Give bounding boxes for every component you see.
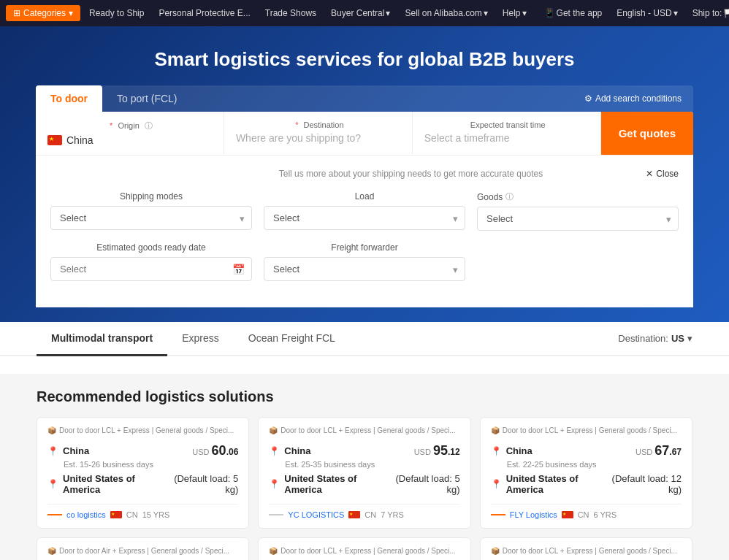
freight-forwarder-field: Freight forwarder Select bbox=[264, 242, 465, 281]
goods-field: Goods ⓘ Select bbox=[477, 191, 679, 231]
nav-trade-shows[interactable]: Trade Shows bbox=[259, 8, 322, 18]
card-to: 📍 United States of America (Default load… bbox=[491, 472, 682, 496]
card-route: 📍 China USD 67.67 Est. 22-25 business da… bbox=[491, 442, 682, 496]
language-selector[interactable]: English - USD ▾ bbox=[611, 8, 683, 18]
search-bar: * Origin ⓘ China * Destination Where are… bbox=[36, 112, 693, 155]
destination-icon: 📍 bbox=[47, 479, 58, 489]
tag-icon: 📦 bbox=[269, 426, 278, 434]
provider-years: 6 YRS bbox=[594, 510, 617, 519]
logistics-card[interactable]: 📦 Door to door LCL + Express | General g… bbox=[480, 537, 692, 560]
card-from: 📍 China USD 67.67 bbox=[491, 442, 682, 460]
nav-personal-protective[interactable]: Personal Protective E... bbox=[153, 8, 256, 18]
provider-name[interactable]: YC LOGISTICS bbox=[288, 510, 344, 519]
provider-flag bbox=[110, 511, 122, 518]
card-tags: 📦 Door to door LCL + Express | General g… bbox=[491, 426, 682, 434]
logistics-card[interactable]: 📦 Door to door LCL + Express | General g… bbox=[258, 417, 470, 529]
logistics-card[interactable]: 📦 Door to door LCL + Express | General g… bbox=[480, 417, 692, 529]
destination-field[interactable]: * Destination Where are you shipping to? bbox=[224, 112, 413, 155]
shipping-tabs: To door To port (FCL) ⚙ Add search condi… bbox=[36, 85, 693, 112]
load-select[interactable]: Select bbox=[264, 206, 465, 230]
card-to: 📍 United States of America (Default load… bbox=[269, 472, 459, 496]
card-tags: 📦 Door to door LCL + Express | General g… bbox=[491, 547, 682, 555]
hero-section: Smart logistics services for global B2B … bbox=[0, 26, 729, 322]
card-city-from: 📍 China bbox=[269, 445, 310, 456]
nav-help[interactable]: Help ▾ bbox=[497, 8, 533, 18]
china-flag bbox=[47, 135, 62, 145]
freight-forwarder-select[interactable]: Select bbox=[264, 257, 465, 281]
destination-icon: 📍 bbox=[269, 479, 280, 489]
origin-field: * Origin ⓘ China bbox=[36, 112, 224, 155]
logistics-card[interactable]: 📦 Door to door Air + Express | General g… bbox=[37, 537, 249, 560]
card-city-to: 📍 United States of America bbox=[491, 473, 605, 495]
provider-name[interactable]: co logistics bbox=[66, 510, 106, 519]
tag-icon: 📦 bbox=[491, 547, 500, 555]
chevron-down-icon: ▾ bbox=[522, 8, 527, 18]
conditions-subtitle: Tell us more about your shipping needs t… bbox=[176, 169, 646, 179]
card-tags: 📦 Door to door LCL + Express | General g… bbox=[269, 426, 459, 434]
provider-name[interactable]: FLY Logistics bbox=[510, 510, 557, 519]
grid-icon: ⊞ bbox=[13, 8, 20, 18]
ship-to-selector[interactable]: Ship to: 🏳️ ▾ bbox=[687, 8, 729, 18]
nav-ready-to-ship[interactable]: Ready to Ship bbox=[83, 8, 150, 18]
card-default-load: (Default load: 5 kg) bbox=[164, 473, 238, 495]
conditions-title: Add search conditions bbox=[50, 167, 169, 180]
chevron-down-icon: ▾ bbox=[484, 8, 488, 18]
add-search-conditions-btn[interactable]: ⚙ Add search conditions bbox=[573, 88, 693, 110]
tag-icon: 📦 bbox=[491, 426, 500, 434]
logistics-card[interactable]: 📦 Door to door LCL + Express | General g… bbox=[37, 417, 249, 529]
tab-to-port[interactable]: To port (FCL) bbox=[102, 85, 191, 112]
card-footer: FLY Logistics CN 6 YRS bbox=[491, 504, 682, 519]
recommended-title: Recommended logistics solutions bbox=[37, 388, 692, 405]
estimated-date-input[interactable] bbox=[50, 257, 252, 281]
destination-icon: 📍 bbox=[491, 479, 502, 489]
get-the-app-link[interactable]: 📱 Get the app bbox=[538, 8, 608, 18]
card-transit: Est. 15-26 business days bbox=[64, 460, 238, 469]
card-route: 📍 China USD 60.06 Est. 15-26 business da… bbox=[47, 442, 238, 496]
tab-to-door[interactable]: To door bbox=[36, 85, 102, 112]
location-icon: 📍 bbox=[47, 446, 58, 456]
tab-multimodal[interactable]: Multimodal transport bbox=[37, 322, 167, 356]
card-from: 📍 China USD 95.12 bbox=[269, 442, 459, 460]
chevron-down-icon: ▾ bbox=[69, 8, 73, 18]
info-icon: ⓘ bbox=[145, 121, 153, 130]
phone-icon: 📱 bbox=[544, 8, 555, 18]
tab-ocean-freight[interactable]: Ocean Freight FCL bbox=[234, 322, 350, 356]
chevron-down-icon: ▾ bbox=[687, 333, 692, 344]
tag-icon: 📦 bbox=[269, 547, 278, 555]
tab-express[interactable]: Express bbox=[167, 322, 234, 356]
card-footer: co logistics CN 15 YRS bbox=[47, 504, 238, 519]
transport-tabs-bar: Multimodal transport Express Ocean Freig… bbox=[0, 322, 729, 356]
provider-line bbox=[269, 514, 283, 515]
categories-button[interactable]: ⊞ Categories ▾ bbox=[6, 5, 80, 21]
nav-buyer-central[interactable]: Buyer Central ▾ bbox=[325, 8, 396, 18]
hero-title: Smart logistics services for global B2B … bbox=[15, 48, 714, 71]
shipping-modes-select[interactable]: Select bbox=[50, 206, 252, 230]
search-conditions-panel: Add search conditions Tell us more about… bbox=[36, 155, 693, 307]
load-field: Load Select bbox=[264, 191, 465, 231]
tag-icon: 📦 bbox=[47, 547, 56, 555]
page-wrapper: Multimodal transport Express Ocean Freig… bbox=[0, 322, 729, 560]
card-price: USD 95.12 bbox=[414, 443, 460, 459]
provider-years: 7 YRS bbox=[381, 510, 404, 519]
card-city-from: 📍 China bbox=[47, 445, 89, 456]
card-city-to: 📍 United States of America bbox=[269, 473, 386, 495]
transit-time-field[interactable]: Expected transit time Select a timeframe bbox=[413, 112, 601, 155]
card-default-load: (Default load: 5 kg) bbox=[386, 473, 460, 495]
card-transit: Est. 22-25 business days bbox=[507, 460, 682, 469]
goods-select[interactable]: Select bbox=[477, 207, 679, 231]
provider-years: 15 YRS bbox=[142, 510, 170, 519]
provider-line bbox=[491, 514, 505, 515]
goods-info-icon: ⓘ bbox=[505, 191, 514, 202]
nav-sell-on-alibaba[interactable]: Sell on Alibaba.com ▾ bbox=[399, 8, 493, 18]
filter-icon: ⚙ bbox=[584, 93, 592, 104]
card-city-from: 📍 China bbox=[491, 445, 533, 456]
card-footer: YC LOGISTICS CN 7 YRS bbox=[269, 504, 459, 519]
destination-selector[interactable]: Destination: US ▾ bbox=[618, 333, 692, 344]
destination-placeholder: Where are you shipping to? bbox=[236, 132, 361, 144]
get-quotes-button[interactable]: Get quotes bbox=[601, 112, 693, 155]
card-price: USD 67.67 bbox=[636, 443, 682, 459]
shipping-modes-field: Shipping modes Select bbox=[50, 191, 252, 231]
close-conditions-btn[interactable]: ✕ Close bbox=[646, 169, 679, 179]
card-from: 📍 China USD 60.06 bbox=[47, 442, 238, 460]
logistics-card[interactable]: 📦 Door to door LCL + Express | General g… bbox=[258, 537, 470, 560]
